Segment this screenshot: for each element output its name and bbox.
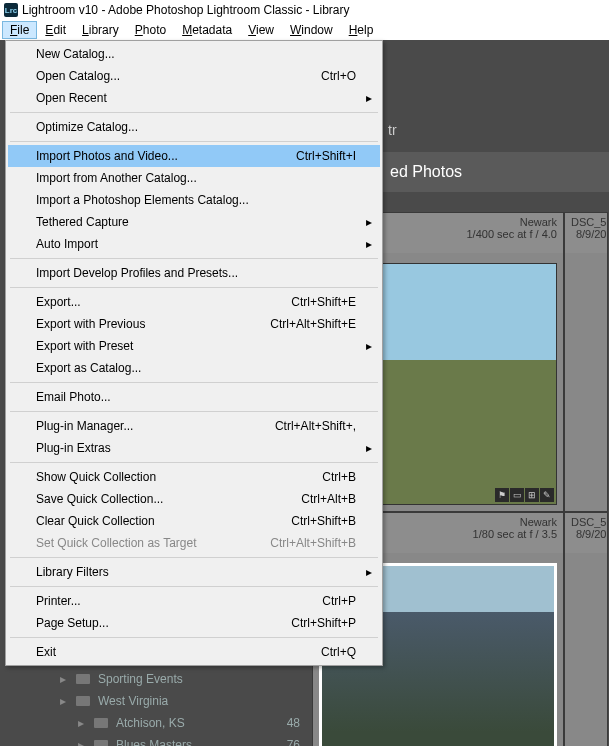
menu-item-open-recent[interactable]: Open Recent▸ (8, 87, 380, 109)
menubar-item-edit[interactable]: Edit (37, 21, 74, 39)
folder-row[interactable]: ▸Blues Masters76 (20, 734, 320, 746)
menu-item-label: Plug-in Extras (36, 441, 111, 455)
folder-name: Sporting Events (98, 672, 183, 686)
menu-item-label: Export... (36, 295, 81, 309)
menu-item-export-with-preset[interactable]: Export with Preset▸ (8, 335, 380, 357)
tab-partial[interactable]: tr (388, 122, 397, 138)
thumbnail-cell[interactable]: DSC_5 8/9/20 (564, 512, 608, 746)
menu-item-plug-in-extras[interactable]: Plug-in Extras▸ (8, 437, 380, 459)
menu-item-label: Export with Preset (36, 339, 133, 353)
menu-item-label: New Catalog... (36, 47, 115, 61)
menubar-item-file[interactable]: File (2, 21, 37, 39)
submenu-arrow-icon: ▸ (366, 237, 372, 251)
menu-separator (10, 112, 378, 113)
menu-shortcut: Ctrl+Alt+Shift+B (270, 536, 356, 550)
menubar-item-view[interactable]: View (240, 21, 282, 39)
menubar-item-photo[interactable]: Photo (127, 21, 174, 39)
badge-icon[interactable]: ⚑ (495, 488, 509, 502)
menu-item-import-from-another-catalog[interactable]: Import from Another Catalog... (8, 167, 380, 189)
menu-shortcut: Ctrl+Shift+P (291, 616, 356, 630)
disclosure-triangle-icon[interactable]: ▸ (78, 716, 86, 730)
menu-item-import-develop-profiles-and-presets[interactable]: Import Develop Profiles and Presets... (8, 262, 380, 284)
menu-item-export[interactable]: Export...Ctrl+Shift+E (8, 291, 380, 313)
menu-item-tethered-capture[interactable]: Tethered Capture▸ (8, 211, 380, 233)
menu-item-label: Optimize Catalog... (36, 120, 138, 134)
menu-item-plug-in-manager[interactable]: Plug-in Manager...Ctrl+Alt+Shift+, (8, 415, 380, 437)
thumb-exposure: 1/400 sec at f / 4.0 (466, 228, 557, 240)
app-icon: Lrc (4, 3, 18, 17)
menu-item-label: Import Develop Profiles and Presets... (36, 266, 238, 280)
menu-separator (10, 411, 378, 412)
menu-item-new-catalog[interactable]: New Catalog... (8, 43, 380, 65)
disclosure-triangle-icon[interactable]: ▸ (78, 738, 86, 746)
menu-separator (10, 462, 378, 463)
menu-item-import-a-photoshop-elements-catalog[interactable]: Import a Photoshop Elements Catalog... (8, 189, 380, 211)
menu-item-printer[interactable]: Printer...Ctrl+P (8, 590, 380, 612)
folder-row[interactable]: ▸Sporting Events (20, 668, 320, 690)
folder-icon (94, 718, 108, 728)
menu-item-export-as-catalog[interactable]: Export as Catalog... (8, 357, 380, 379)
menubar-item-help[interactable]: Help (341, 21, 382, 39)
badge-icon[interactable]: ▭ (510, 488, 524, 502)
menu-item-auto-import[interactable]: Auto Import▸ (8, 233, 380, 255)
menu-item-label: Exit (36, 645, 56, 659)
menu-item-label: Export with Previous (36, 317, 145, 331)
menubar-item-library[interactable]: Library (74, 21, 127, 39)
folder-icon (94, 740, 108, 746)
menu-item-page-setup[interactable]: Page Setup...Ctrl+Shift+P (8, 612, 380, 634)
thumb-exposure: 1/80 sec at f / 3.5 (473, 528, 557, 540)
menubar: FileEditLibraryPhotoMetadataViewWindowHe… (0, 20, 609, 41)
submenu-arrow-icon: ▸ (366, 91, 372, 105)
thumbnail-cell[interactable]: DSC_5 8/9/20 (564, 212, 608, 512)
badge-icon[interactable]: ✎ (540, 488, 554, 502)
menu-item-label: Save Quick Collection... (36, 492, 163, 506)
menu-item-show-quick-collection[interactable]: Show Quick CollectionCtrl+B (8, 466, 380, 488)
menu-item-library-filters[interactable]: Library Filters▸ (8, 561, 380, 583)
menubar-item-window[interactable]: Window (282, 21, 341, 39)
menu-item-exit[interactable]: ExitCtrl+Q (8, 641, 380, 663)
thumb-filename: DSC_5 (571, 216, 606, 228)
thumb-location: Newark (473, 516, 557, 528)
folder-row[interactable]: ▸West Virginia (20, 690, 320, 712)
folder-row[interactable]: ▸Atchison, KS48 (20, 712, 320, 734)
thumb-meta: DSC_5 8/9/20 (565, 213, 607, 253)
menu-separator (10, 637, 378, 638)
menu-item-label: Printer... (36, 594, 81, 608)
submenu-arrow-icon: ▸ (366, 215, 372, 229)
menu-item-label: Open Catalog... (36, 69, 120, 83)
menu-item-export-with-previous[interactable]: Export with PreviousCtrl+Alt+Shift+E (8, 313, 380, 335)
menu-item-label: Plug-in Manager... (36, 419, 133, 433)
panel-header-text: ed Photos (390, 163, 462, 181)
menu-shortcut: Ctrl+Shift+B (291, 514, 356, 528)
menu-item-label: Import a Photoshop Elements Catalog... (36, 193, 249, 207)
menu-shortcut: Ctrl+Shift+I (296, 149, 356, 163)
menu-item-label: Export as Catalog... (36, 361, 141, 375)
menu-item-label: Page Setup... (36, 616, 109, 630)
menu-separator (10, 287, 378, 288)
thumb-location: Newark (466, 216, 557, 228)
menu-item-label: Open Recent (36, 91, 107, 105)
menubar-item-metadata[interactable]: Metadata (174, 21, 240, 39)
titlebar: Lrc Lightroom v10 - Adobe Photoshop Ligh… (0, 0, 609, 20)
menu-item-import-photos-and-video[interactable]: Import Photos and Video...Ctrl+Shift+I (8, 145, 380, 167)
folder-icon (76, 696, 90, 706)
disclosure-triangle-icon[interactable]: ▸ (60, 694, 68, 708)
disclosure-triangle-icon[interactable]: ▸ (60, 672, 68, 686)
menu-shortcut: Ctrl+Q (321, 645, 356, 659)
menu-shortcut: Ctrl+Alt+Shift+, (275, 419, 356, 433)
menu-shortcut: Ctrl+Alt+B (301, 492, 356, 506)
menu-item-label: Library Filters (36, 565, 109, 579)
menu-item-save-quick-collection[interactable]: Save Quick Collection...Ctrl+Alt+B (8, 488, 380, 510)
menu-item-optimize-catalog[interactable]: Optimize Catalog... (8, 116, 380, 138)
thumb-date: 8/9/20 (571, 228, 606, 240)
menu-item-clear-quick-collection[interactable]: Clear Quick CollectionCtrl+Shift+B (8, 510, 380, 532)
folder-tree: ▸Sporting Events▸West Virginia▸Atchison,… (20, 668, 320, 746)
menu-item-label: Auto Import (36, 237, 98, 251)
folder-name: Blues Masters (116, 738, 192, 746)
menu-item-email-photo[interactable]: Email Photo... (8, 386, 380, 408)
menu-shortcut: Ctrl+B (322, 470, 356, 484)
menu-item-open-catalog[interactable]: Open Catalog...Ctrl+O (8, 65, 380, 87)
badge-icon[interactable]: ⊞ (525, 488, 539, 502)
file-menu: New Catalog...Open Catalog...Ctrl+OOpen … (5, 40, 383, 666)
menu-item-label: Show Quick Collection (36, 470, 156, 484)
